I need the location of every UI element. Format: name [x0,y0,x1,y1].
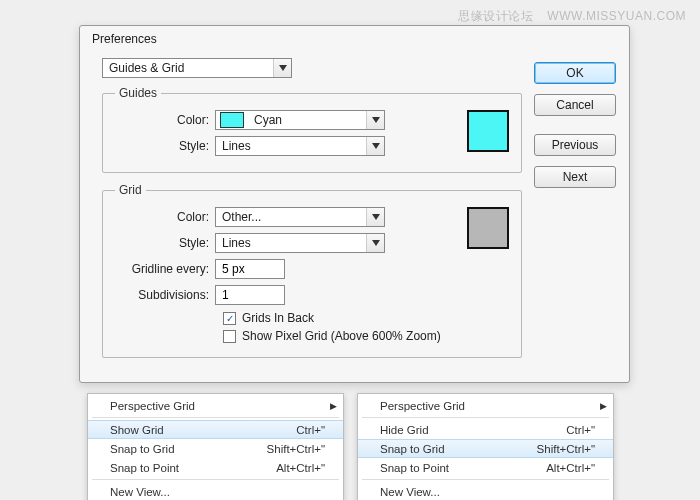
grid-style-label: Style: [115,236,215,250]
menu-item-shortcut: Shift+Ctrl+" [267,443,325,455]
show-pixel-grid-checkbox[interactable]: Show Pixel Grid (Above 600% Zoom) [223,329,509,343]
grids-in-back-checkbox[interactable]: ✓ Grids In Back [223,311,509,325]
show-pixel-grid-label: Show Pixel Grid (Above 600% Zoom) [242,329,441,343]
menu-item-label: Perspective Grid [380,400,465,412]
chevron-down-icon [366,137,384,155]
menu-item-shortcut: Ctrl+" [296,424,325,436]
menu-item-label: Perspective Grid [110,400,195,412]
checkbox-empty-icon [223,330,236,343]
grids-in-back-label: Grids In Back [242,311,314,325]
chevron-down-icon [366,111,384,129]
menu-item-label: Snap to Point [380,462,449,474]
grid-color-value: Other... [216,210,366,224]
guides-style-combo[interactable]: Lines [215,136,385,156]
grid-color-combo[interactable]: Other... [215,207,385,227]
menu-item-label: Snap to Grid [380,443,445,455]
menu-item-perspective-grid[interactable]: Perspective Grid ▶ [88,396,343,415]
chevron-down-icon [366,234,384,252]
grid-color-swatch[interactable] [467,207,509,249]
menu-item-new-view[interactable]: New View... [88,482,343,500]
chevron-down-icon [273,59,291,77]
subdivisions-label: Subdivisions: [115,288,215,302]
view-menu-left: Perspective Grid ▶ Show GridCtrl+"Snap t… [87,393,344,500]
chevron-down-icon [366,208,384,226]
separator [92,479,339,480]
menu-item-shortcut: Alt+Ctrl+" [276,462,325,474]
menu-item[interactable]: Snap to PointAlt+Ctrl+" [358,458,613,477]
menu-item[interactable]: Snap to GridShift+Ctrl+" [358,439,613,458]
grid-legend: Grid [115,183,146,197]
guides-color-value: Cyan [248,113,366,127]
guides-color-label: Color: [115,113,215,127]
previous-button[interactable]: Previous [534,134,616,156]
menu-item-new-view[interactable]: New View... [358,482,613,500]
menu-item-label: Hide Grid [380,424,429,436]
separator [92,417,339,418]
submenu-arrow-icon: ▶ [600,401,607,411]
menu-item-label: New View... [110,486,170,498]
submenu-arrow-icon: ▶ [330,401,337,411]
guides-color-swatch-mini [220,112,244,128]
subdivisions-input[interactable] [215,285,285,305]
grid-color-label: Color: [115,210,215,224]
ok-button[interactable]: OK [534,62,616,84]
menu-item-shortcut: Alt+Ctrl+" [546,462,595,474]
grid-style-value: Lines [216,236,366,250]
guides-style-value: Lines [216,139,366,153]
gridline-every-label: Gridline every: [115,262,215,276]
guides-color-combo[interactable]: Cyan [215,110,385,130]
watermark: 思缘设计论坛 WWW.MISSYUAN.COM [458,8,686,25]
menu-item[interactable]: Hide GridCtrl+" [358,420,613,439]
next-button[interactable]: Next [534,166,616,188]
gridline-every-input[interactable] [215,259,285,279]
menu-item-label: New View... [380,486,440,498]
section-combo-value: Guides & Grid [103,61,273,75]
menu-item-label: Show Grid [110,424,164,436]
dialog-title: Preferences [80,26,629,50]
watermark-url: WWW.MISSYUAN.COM [547,9,686,23]
guides-color-swatch[interactable] [467,110,509,152]
menu-item[interactable]: Snap to GridShift+Ctrl+" [88,439,343,458]
separator [362,417,609,418]
section-combo[interactable]: Guides & Grid [102,58,292,78]
menu-item-shortcut: Shift+Ctrl+" [537,443,595,455]
grid-group: Grid Color: Other... Style: [102,183,522,358]
guides-group: Guides Color: Cyan Style: [102,86,522,173]
guides-legend: Guides [115,86,161,100]
separator [362,479,609,480]
menu-item-perspective-grid[interactable]: Perspective Grid ▶ [358,396,613,415]
menu-item[interactable]: Snap to PointAlt+Ctrl+" [88,458,343,477]
view-menu-right: Perspective Grid ▶ Hide GridCtrl+"Snap t… [357,393,614,500]
menu-item-label: Snap to Grid [110,443,175,455]
preferences-dialog: Preferences Guides & Grid Guides Color: [79,25,630,383]
grid-style-combo[interactable]: Lines [215,233,385,253]
guides-style-label: Style: [115,139,215,153]
check-icon: ✓ [223,312,236,325]
cancel-button[interactable]: Cancel [534,94,616,116]
menu-item-label: Snap to Point [110,462,179,474]
menu-item-shortcut: Ctrl+" [566,424,595,436]
menu-item[interactable]: Show GridCtrl+" [88,420,343,439]
watermark-cn: 思缘设计论坛 [458,9,533,23]
